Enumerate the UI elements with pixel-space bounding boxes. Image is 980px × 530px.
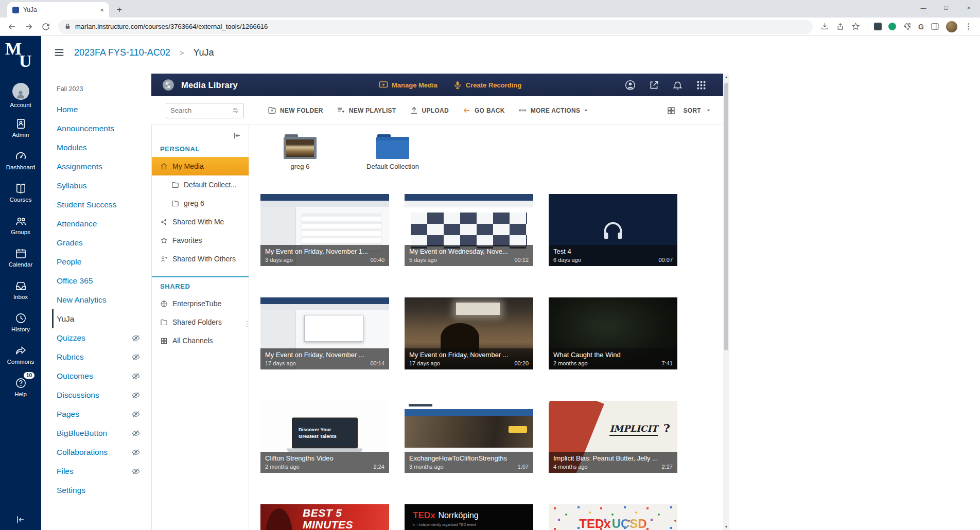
sidebar-item-history[interactable]: History: [0, 306, 41, 339]
video-card[interactable]: BEST 5 MINUTES: [260, 504, 389, 530]
create-recording-link[interactable]: Create Recording: [453, 80, 521, 90]
course-nav-item-student-success[interactable]: Student Success: [57, 195, 144, 214]
scroll-up-arrow[interactable]: ▲: [723, 75, 729, 79]
scroll-down-arrow[interactable]: ▼: [723, 525, 729, 528]
video-card[interactable]: IMPLICIT ? Implicit Bias: Peanut Butter,…: [549, 401, 677, 473]
course-nav-item-assignments[interactable]: Assignments: [57, 157, 144, 176]
university-logo[interactable]: M U: [0, 36, 41, 79]
sidebar-item-commons[interactable]: Commons: [0, 339, 41, 371]
course-nav-item-people[interactable]: People: [57, 252, 144, 271]
video-card[interactable]: Test 4 6 days ago00:07: [549, 194, 677, 266]
grid-view-icon[interactable]: [667, 106, 676, 115]
video-card[interactable]: My Event on Friday, November 1... 3 days…: [260, 194, 389, 266]
new-tab-button[interactable]: +: [112, 3, 127, 17]
video-card[interactable]: TEDx Norrköping x = independently organi…: [405, 504, 533, 530]
folder-greg6[interactable]: greg 6: [267, 134, 334, 179]
browser-tab[interactable]: YuJa ×: [7, 2, 109, 17]
reload-icon[interactable]: [41, 22, 50, 31]
course-nav-item-files[interactable]: Files: [57, 462, 144, 481]
scrollbar-thumb[interactable]: [724, 83, 728, 350]
more-actions-button[interactable]: MORE ACTIONS: [518, 106, 590, 115]
video-card[interactable]: My Event on Friday, November ... 17 days…: [405, 297, 533, 369]
course-nav-item-grades[interactable]: Grades: [57, 233, 144, 252]
sidebar-item-dashboard[interactable]: Dashboard: [0, 144, 41, 176]
search-filter-icon[interactable]: [232, 107, 239, 114]
new-folder-button[interactable]: NEW FOLDER: [268, 106, 323, 115]
browser-menu-icon[interactable]: [964, 22, 973, 31]
sidebar-item-shared-with-others[interactable]: Shared With Others: [152, 250, 249, 268]
collapse-global-nav-button[interactable]: [0, 515, 41, 525]
course-nav-item-home[interactable]: Home: [57, 100, 144, 119]
extensions-puzzle-icon[interactable]: [903, 22, 912, 31]
course-nav-item-modules[interactable]: Modules: [57, 138, 144, 157]
sidebar-item-greg6[interactable]: greg 6: [152, 194, 249, 213]
course-nav-item-bigbluebutton[interactable]: BigBlueButton: [57, 423, 144, 443]
manage-media-link[interactable]: Manage Media: [379, 80, 437, 90]
forward-icon[interactable]: [24, 22, 33, 31]
open-external-icon[interactable]: [649, 80, 659, 91]
maximize-button[interactable]: □: [935, 0, 957, 15]
sidebar-item-inbox[interactable]: Inbox: [0, 274, 41, 306]
sidebar-item-my-media[interactable]: My Media: [152, 157, 249, 175]
folder-default-collection[interactable]: Default Collection: [359, 134, 426, 179]
extension-icon[interactable]: [874, 23, 882, 30]
sidebar-item-calendar[interactable]: Calendar: [0, 241, 41, 274]
course-nav-item-announcements[interactable]: Announcements: [57, 119, 144, 138]
sidebar-item-courses[interactable]: Courses: [0, 176, 41, 209]
course-nav-item-new-analytics[interactable]: New Analytics: [57, 290, 144, 309]
breadcrumb-course-link[interactable]: 2023FA FYS-110-AC02: [74, 47, 170, 58]
sort-button[interactable]: SORT: [683, 107, 701, 114]
video-card[interactable]: ExchangeHowToCliftonStrengths 3 months a…: [405, 401, 533, 473]
upload-button[interactable]: UPLOAD: [410, 106, 449, 115]
browser-profile-avatar[interactable]: [946, 21, 957, 32]
back-icon[interactable]: [7, 22, 16, 31]
notifications-bell-icon[interactable]: [672, 80, 683, 91]
sidebar-item-account[interactable]: Account: [0, 79, 41, 112]
collapse-sidebar-button[interactable]: [152, 131, 249, 140]
share-icon[interactable]: [836, 22, 845, 31]
yuja-logo-icon[interactable]: [162, 78, 175, 92]
course-nav-item-yuja[interactable]: YuJa: [52, 309, 144, 328]
video-card[interactable]: My Event on Wednesday, Nove... 5 days ag…: [405, 194, 533, 266]
video-card[interactable]: What Caught the Wind 2 months ago7:41: [549, 297, 677, 369]
video-card[interactable]: TEDx UCSD: [549, 504, 677, 530]
sidebar-item-admin[interactable]: Admin: [0, 112, 41, 144]
side-panel-icon[interactable]: [931, 22, 939, 31]
minimize-button[interactable]: —: [912, 0, 935, 15]
secure-lock-icon[interactable]: [64, 23, 71, 30]
video-card[interactable]: My Event on Friday, November ... 17 days…: [260, 297, 389, 369]
g-extension-icon[interactable]: G: [918, 23, 924, 31]
sidebar-item-shared-folders[interactable]: Shared Folders: [152, 313, 249, 331]
sidebar-item-default-collection[interactable]: Default Collect...: [152, 175, 249, 194]
go-back-button[interactable]: GO BACK: [462, 106, 505, 115]
search-input[interactable]: [170, 107, 229, 114]
course-nav-item-collaborations[interactable]: Collaborations: [57, 443, 144, 462]
new-playlist-button[interactable]: NEW PLAYLIST: [337, 106, 396, 115]
install-icon[interactable]: [820, 22, 829, 31]
course-nav-item-discussions[interactable]: Discussions: [57, 385, 144, 404]
sidebar-item-help[interactable]: 10 Help: [0, 371, 41, 403]
course-nav-item-rubrics[interactable]: Rubrics: [57, 347, 144, 366]
scrollbar[interactable]: ▲ ▼: [723, 74, 729, 530]
course-nav-item-office365[interactable]: Office 365: [57, 271, 144, 290]
sidebar-item-shared-with-me[interactable]: Shared With Me: [152, 213, 249, 231]
sidebar-item-groups[interactable]: Groups: [0, 209, 41, 241]
course-nav-item-settings[interactable]: Settings: [57, 481, 144, 500]
chevron-down-icon[interactable]: [705, 107, 712, 114]
course-nav-item-pages[interactable]: Pages: [57, 404, 144, 423]
tab-close-icon[interactable]: ×: [100, 6, 104, 14]
video-card[interactable]: Discover Your Greatest Talents Clifton S…: [260, 401, 389, 473]
apps-grid-icon[interactable]: [696, 80, 707, 91]
bookmark-star-icon[interactable]: [851, 22, 860, 31]
hamburger-menu-icon[interactable]: [54, 47, 65, 58]
course-nav-item-outcomes[interactable]: Outcomes: [57, 366, 144, 385]
course-nav-item-attendance[interactable]: Attendance: [57, 214, 144, 233]
profile-icon[interactable]: [625, 80, 636, 91]
grammarly-extension-icon[interactable]: [888, 23, 896, 30]
window-close-button[interactable]: ×: [957, 0, 980, 15]
sidebar-item-favorites[interactable]: Favorites: [152, 231, 249, 250]
course-nav-item-quizzes[interactable]: Quizzes: [57, 328, 144, 347]
sidebar-item-enterprisetube[interactable]: EnterpriseTube: [152, 294, 249, 313]
omnibox[interactable]: marian.instructure.com/courses/3763664/e…: [58, 20, 813, 34]
sidebar-item-all-channels[interactable]: All Channels: [152, 331, 249, 350]
